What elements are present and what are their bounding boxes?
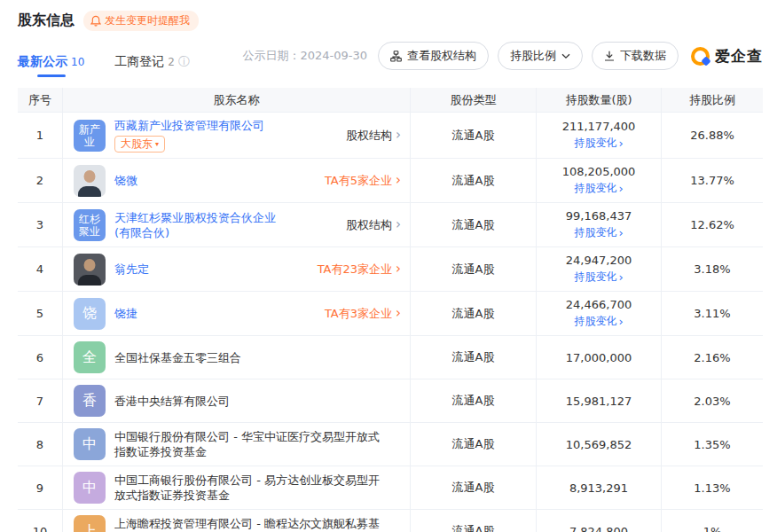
action-label: 股权结构 bbox=[346, 128, 392, 144]
column-header-share-type: 股份类型 bbox=[410, 88, 536, 112]
holding-change-link[interactable]: 持股变化› bbox=[574, 270, 623, 285]
share-quantity: 8,913,291 bbox=[569, 481, 628, 495]
info-icon[interactable]: ⓘ bbox=[178, 55, 190, 68]
row-index: 8 bbox=[18, 423, 62, 466]
arrow-right-icon: › bbox=[618, 137, 623, 149]
share-quantity: 24,947,200 bbox=[566, 254, 632, 267]
aiqicha-logo-icon bbox=[691, 47, 710, 66]
active-tab-underline bbox=[37, 74, 66, 77]
row-index: 9 bbox=[18, 466, 62, 509]
org-chart-icon bbox=[390, 51, 402, 62]
related-companies-link[interactable]: TA有3家企业› bbox=[318, 306, 401, 322]
shareholder-avatar: 新产业 bbox=[74, 120, 106, 152]
arrow-right-icon: › bbox=[396, 174, 401, 187]
download-data-button[interactable]: 下载数据 bbox=[592, 42, 679, 70]
holding-change-label: 持股变化 bbox=[574, 314, 616, 329]
table-row: 1 新产业 西藏新产业投资管理有限公司 大股东▾ 股权结构› 流通A股 211,… bbox=[18, 113, 763, 159]
shareholder-name[interactable]: 西藏新产业投资管理有限公司 bbox=[114, 118, 264, 133]
table-row: 9 中 中国工商银行股份有限公司 - 易方达创业板交易型开 放式指数证券投资基金… bbox=[18, 466, 763, 510]
holding-change-label: 持股变化 bbox=[574, 136, 616, 151]
arrow-right-icon: › bbox=[396, 307, 401, 320]
shareholder-avatar: 上 bbox=[74, 515, 106, 532]
column-header-quantity: 持股数量(股) bbox=[536, 88, 661, 112]
row-index: 3 bbox=[18, 203, 62, 246]
shareholder-avatar: 中 bbox=[74, 472, 106, 504]
share-type: 流通A股 bbox=[410, 113, 536, 158]
share-quantity: 15,981,127 bbox=[566, 395, 632, 408]
share-type: 流通A股 bbox=[410, 336, 536, 379]
share-quantity: 10,569,852 bbox=[566, 438, 632, 451]
download-icon bbox=[604, 51, 615, 61]
tab-count: 2 bbox=[168, 56, 175, 68]
notify-label: 发生变更时提醒我 bbox=[105, 13, 190, 28]
shareholder-name[interactable]: 天津红杉聚业股权投资合伙企业 (有限合伙) bbox=[114, 210, 276, 240]
holding-change-link[interactable]: 持股变化› bbox=[574, 181, 623, 196]
table-body: 1 新产业 西藏新产业投资管理有限公司 大股东▾ 股权结构› 流通A股 211,… bbox=[18, 113, 763, 532]
shareholder-name[interactable]: 翁先定 bbox=[114, 262, 149, 277]
tab-latest-disclosure[interactable]: 最新公示10 bbox=[18, 54, 84, 77]
holding-change-label: 持股变化 bbox=[574, 225, 616, 240]
shareholder-avatar bbox=[74, 165, 106, 197]
share-type: 流通A股 bbox=[410, 423, 536, 466]
equity-structure-link[interactable]: 股权结构› bbox=[339, 217, 401, 233]
table-row: 6 全 全国社保基金五零三组合 流通A股 17,000,000 2.16% bbox=[18, 336, 763, 379]
share-quantity: 108,205,000 bbox=[562, 165, 636, 178]
holding-change-link[interactable]: 持股变化› bbox=[574, 136, 623, 151]
share-type: 流通A股 bbox=[410, 292, 536, 335]
share-type: 流通A股 bbox=[410, 247, 536, 291]
table-row: 3 红杉聚业 天津红杉聚业股权投资合伙企业 (有限合伙) 股权结构› 流通A股 … bbox=[18, 203, 763, 247]
sort-by-ratio-dropdown[interactable]: 持股比例 bbox=[498, 42, 583, 70]
equity-structure-link[interactable]: 股权结构› bbox=[339, 128, 401, 144]
sort-label: 持股比例 bbox=[510, 48, 556, 64]
download-label: 下载数据 bbox=[620, 48, 666, 64]
shareholders-table: 序号 股东名称 股份类型 持股数量(股) 持股比例 1 新产业 西藏新产业投资管… bbox=[18, 88, 763, 532]
related-companies-link[interactable]: TA有23家企业› bbox=[310, 262, 401, 278]
column-header-name: 股东名称 bbox=[62, 88, 410, 112]
row-index: 2 bbox=[18, 159, 62, 202]
share-quantity: 7,824,800 bbox=[569, 525, 628, 532]
holding-change-link[interactable]: 持股变化› bbox=[574, 314, 623, 329]
row-index: 4 bbox=[18, 247, 62, 291]
shareholder-info-header: 股东信息 发生变更时提醒我 最新公示10 工商登记2ⓘ 公示日期：2024-09… bbox=[0, 0, 777, 88]
share-type: 流通A股 bbox=[410, 159, 536, 202]
share-ratio: 2.16% bbox=[661, 336, 763, 379]
row-index: 6 bbox=[18, 336, 62, 379]
share-ratio: 1% bbox=[661, 510, 763, 532]
action-label: TA有5家企业 bbox=[325, 173, 392, 189]
page-title: 股东信息 bbox=[18, 12, 75, 30]
shareholder-avatar bbox=[74, 254, 106, 286]
view-equity-structure-button[interactable]: 查看股权结构 bbox=[378, 42, 489, 70]
row-index: 10 bbox=[18, 510, 62, 532]
tab-business-registration[interactable]: 工商登记2ⓘ bbox=[114, 54, 190, 77]
share-ratio: 3.18% bbox=[661, 247, 763, 291]
table-row: 4 翁先定 TA有23家企业› 流通A股 24,947,200 持股变化› 3.… bbox=[18, 247, 763, 292]
table-row: 7 香 香港中央结算有限公司 流通A股 15,981,127 2.03% bbox=[18, 379, 763, 423]
table-row: 5 饶 饶捷 TA有3家企业› 流通A股 24,466,700 持股变化› 3.… bbox=[18, 292, 763, 336]
share-ratio: 12.62% bbox=[661, 203, 763, 246]
major-shareholder-tag[interactable]: 大股东▾ bbox=[114, 136, 165, 153]
shareholder-name: 全国社保基金五零三组合 bbox=[114, 350, 241, 365]
share-quantity: 17,000,000 bbox=[566, 351, 632, 364]
shareholder-name[interactable]: 饶捷 bbox=[114, 306, 137, 321]
row-index: 1 bbox=[18, 113, 62, 158]
chevron-down-icon bbox=[561, 53, 570, 59]
shareholder-name[interactable]: 饶微 bbox=[114, 173, 137, 188]
person-photo-head bbox=[84, 259, 96, 271]
row-index: 5 bbox=[18, 292, 62, 335]
arrow-right-icon: › bbox=[396, 218, 401, 231]
holding-change-label: 持股变化 bbox=[574, 270, 616, 285]
share-type: 流通A股 bbox=[410, 466, 536, 509]
notify-on-change-button[interactable]: 发生变更时提醒我 bbox=[83, 11, 199, 31]
tab-label: 最新公示 bbox=[18, 54, 67, 68]
arrow-right-icon: › bbox=[618, 271, 623, 283]
disclosure-date: 公示日期：2024-09-30 bbox=[242, 48, 367, 64]
shareholder-name: 香港中央结算有限公司 bbox=[114, 394, 230, 409]
share-type: 流通A股 bbox=[410, 379, 536, 422]
shareholder-avatar: 香 bbox=[74, 385, 106, 417]
shareholder-name: 中国银行股份有限公司 - 华宝中证医疗交易型开放式 指数证券投资基金 bbox=[114, 429, 380, 459]
action-label: TA有23家企业 bbox=[318, 262, 392, 278]
shareholder-avatar: 红杉聚业 bbox=[74, 209, 106, 241]
table-header-row: 序号 股东名称 股份类型 持股数量(股) 持股比例 bbox=[18, 88, 763, 113]
holding-change-link[interactable]: 持股变化› bbox=[574, 225, 623, 240]
related-companies-link[interactable]: TA有5家企业› bbox=[318, 173, 401, 189]
